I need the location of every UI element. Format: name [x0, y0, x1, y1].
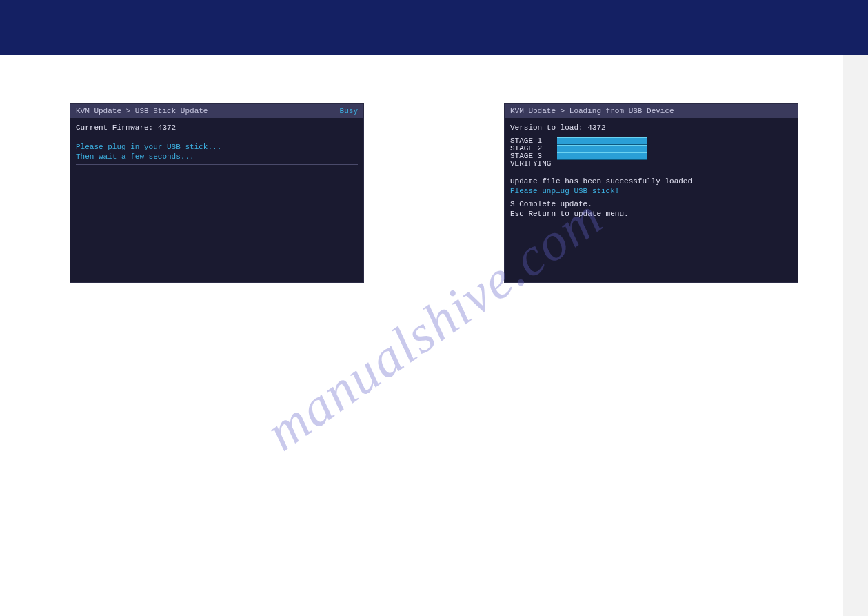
firmware-line: Current Firmware: 4372: [76, 123, 358, 133]
page-body: KVM Update > USB Stick Update Busy Curre…: [0, 55, 868, 616]
success-line: Update file has been successfully loaded: [510, 177, 792, 187]
osd-title-bar: KVM Update > Loading from USB Device: [505, 104, 798, 118]
progress-bar: [557, 145, 647, 152]
divider-line: [76, 164, 358, 165]
stage-row: STAGE 2: [510, 145, 792, 152]
version-line: Version to load: 4372: [510, 123, 792, 133]
key-esc-line: Esc Return to update menu.: [510, 210, 792, 219]
top-bar: [0, 0, 868, 55]
stages-container: STAGE 1STAGE 2STAGE 3VERIFYING: [510, 137, 792, 168]
right-gutter: [843, 55, 868, 616]
prompt-line-2: Then wait a few seconds...: [76, 152, 358, 162]
breadcrumb-text: KVM Update > USB Stick Update: [76, 107, 208, 115]
breadcrumb-text: KVM Update > Loading from USB Device: [510, 107, 674, 115]
unplug-line: Please unplug USB stick!: [510, 187, 792, 197]
osd-body: Version to load: 4372 STAGE 1STAGE 2STAG…: [505, 118, 798, 225]
progress-bar: [557, 137, 647, 145]
osd-title-bar: KVM Update > USB Stick Update Busy: [70, 104, 363, 118]
stage-row: STAGE 1: [510, 137, 792, 145]
osd-body: Current Firmware: 4372 Please plug in yo…: [70, 118, 363, 173]
osd-panel-insert-usb: KVM Update > USB Stick Update Busy Curre…: [70, 103, 364, 283]
progress-bar: [557, 152, 647, 160]
progress-bar: [557, 161, 647, 167]
stage-row: STAGE 3: [510, 152, 792, 160]
stage-label: VERIFYING: [510, 159, 557, 168]
prompt-line-1: Please plug in your USB stick...: [76, 143, 358, 152]
key-s-line: S Complete update.: [510, 200, 792, 210]
stage-row: VERIFYING: [510, 160, 792, 168]
status-label: Busy: [340, 107, 358, 115]
osd-panel-loading: KVM Update > Loading from USB Device Ver…: [504, 103, 798, 283]
